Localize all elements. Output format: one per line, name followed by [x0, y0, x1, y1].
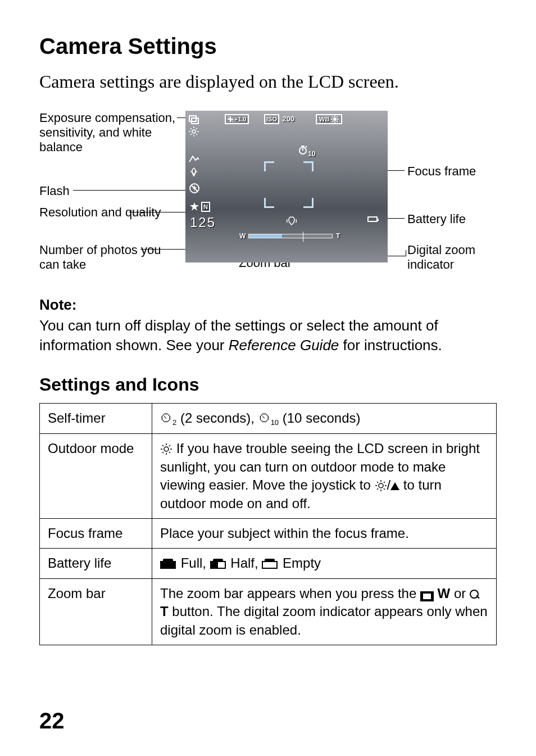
row-desc: Full, Half, Empty: [152, 549, 497, 578]
lcd-diagram: Exposure compensation, sensitivity, and …: [39, 111, 500, 279]
text: Empty: [279, 555, 321, 571]
iso-value-osd: 200: [283, 115, 295, 123]
settings-table: Self-timer ⏲2 (2 seconds), ⏲10 (10 secon…: [39, 403, 497, 645]
label-flash: Flash: [39, 184, 70, 198]
svg-line-37: [162, 445, 163, 446]
note-body-italic: Reference Guide: [229, 337, 339, 354]
row-name: Outdoor mode: [40, 434, 152, 519]
svg-line-24: [332, 116, 333, 117]
row-name: Self-timer: [40, 403, 152, 434]
svg-point-32: [164, 447, 169, 451]
text: (2 seconds),: [176, 410, 258, 425]
battery-full-icon: [160, 561, 176, 569]
table-row: Outdoor mode If you have trouble seeing …: [40, 434, 497, 519]
table-row: Self-timer ⏲2 (2 seconds), ⏲10 (10 secon…: [40, 403, 497, 434]
row-name: Battery life: [40, 549, 152, 578]
zoom-w-osd: W: [239, 232, 246, 240]
battery-half-icon: [210, 561, 226, 569]
focus-frame-corner: [264, 198, 274, 208]
resolution-osd-icon: [189, 202, 200, 214]
focus-frame-corner: [303, 161, 314, 171]
table-row: Battery life Full, Half, Empty: [40, 549, 497, 578]
text: The zoom bar appears when you press the: [160, 586, 420, 601]
row-desc: ⏲2 (2 seconds), ⏲10 (10 seconds): [152, 403, 497, 434]
outdoor-mode-icon: [375, 479, 387, 492]
row-desc: If you have trouble seeing the LCD scree…: [152, 434, 497, 519]
sun-osd-icon: [189, 126, 199, 138]
table-row: Focus frame Place your subject within th…: [40, 518, 497, 548]
text: /: [387, 477, 391, 492]
text: T: [160, 604, 169, 619]
label-digital-zoom: Digital zoom indicator: [407, 243, 503, 273]
self-timer-value: 10: [308, 150, 315, 158]
ev-osd: +1.0: [225, 114, 249, 124]
battery-osd-icon: [367, 216, 378, 222]
wb-osd: WB: [316, 114, 342, 124]
row-desc: Place your subject within the focus fram…: [152, 518, 497, 548]
svg-line-47: [384, 488, 385, 490]
zoom-bar-osd: [248, 234, 333, 238]
note-body: You can turn off display of the settings…: [39, 316, 497, 355]
svg-line-39: [169, 445, 170, 446]
svg-line-10: [190, 134, 192, 135]
svg-line-40: [162, 452, 163, 453]
ev-value: +1.0: [234, 115, 247, 123]
svg-line-49: [377, 488, 378, 490]
self-timer-osd: 10: [298, 144, 315, 158]
svg-line-26: [337, 116, 338, 117]
label-photos-remaining: Number of photos you can take: [39, 243, 177, 273]
text: button. The digital zoom indicator appea…: [160, 604, 488, 637]
lcd-screen: N 125 +1.0 ISO 200 WB 10: [185, 111, 388, 262]
note-body-post: for instructions.: [339, 337, 442, 354]
text: or: [450, 586, 470, 601]
svg-line-7: [190, 128, 192, 129]
flash-off-osd-icon: [189, 183, 200, 196]
text: Half,: [227, 555, 262, 571]
svg-line-38: [169, 452, 170, 453]
svg-point-2: [192, 130, 196, 133]
quality-osd: N: [201, 202, 210, 212]
row-name: Zoom bar: [40, 578, 152, 645]
table-row: Zoom bar The zoom bar appears when you p…: [40, 578, 497, 645]
label-exposure: Exposure compensation, sensitivity, and …: [39, 111, 177, 155]
shots-remaining-osd: 125: [190, 215, 216, 230]
iso-osd: ISO: [264, 114, 279, 124]
wb-label: WB: [319, 115, 329, 123]
svg-marker-14: [190, 202, 199, 211]
note-heading: Note:: [39, 296, 497, 314]
label-focus-frame: Focus frame: [407, 164, 476, 179]
page-subtitle: Camera settings are displayed on the LCD…: [39, 70, 497, 94]
focus-frame-corner: [303, 198, 314, 208]
section-heading: Settings and Icons: [39, 374, 497, 395]
up-arrow-icon: [390, 482, 399, 490]
row-desc: The zoom bar appears when you press the …: [152, 578, 497, 645]
outdoor-mode-icon: [160, 443, 172, 455]
zoom-out-icon: [420, 591, 434, 601]
svg-line-9: [196, 128, 197, 129]
battery-empty-icon: [262, 561, 278, 569]
svg-line-48: [384, 482, 385, 483]
page-number: 22: [39, 708, 65, 734]
antishake-osd-icon: [285, 215, 298, 229]
page-title: Camera Settings: [39, 34, 497, 59]
timer-icon: ⏲10: [258, 410, 279, 428]
zoom-in-icon: [470, 590, 480, 600]
svg-line-25: [337, 121, 338, 122]
text: (10 seconds): [279, 410, 360, 425]
svg-point-41: [379, 483, 383, 488]
label-battery-life: Battery life: [407, 212, 466, 227]
timer-icon: ⏲2: [160, 410, 176, 428]
text: Full,: [177, 555, 210, 571]
text: W: [434, 586, 450, 601]
macro-osd-icon: [189, 167, 199, 179]
row-name: Focus frame: [40, 518, 152, 548]
svg-line-31: [306, 146, 307, 147]
focus-frame-corner: [264, 161, 274, 171]
svg-line-27: [332, 121, 333, 122]
svg-line-8: [196, 134, 197, 135]
svg-point-19: [333, 117, 337, 121]
svg-line-46: [377, 482, 378, 483]
zoom-t-osd: T: [336, 232, 340, 240]
label-resolution: Resolution and quality: [39, 205, 177, 220]
landscape-osd-icon: [189, 155, 199, 164]
